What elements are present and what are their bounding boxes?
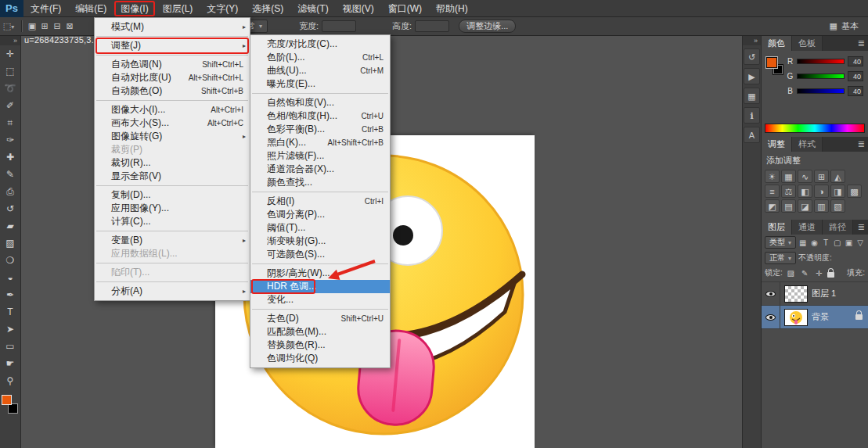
foreground-color-swatch[interactable] xyxy=(2,395,12,405)
menu-item-image-rotation[interactable]: 图像旋转(G)▸ xyxy=(95,130,250,143)
lock-transparency-icon[interactable]: ▨ xyxy=(785,269,797,278)
adjustment-layers-filter-icon[interactable]: ◉ xyxy=(810,238,819,247)
height-input[interactable] xyxy=(415,20,449,32)
menu-item-trap[interactable]: 陷印(T)... xyxy=(95,266,250,279)
menu-item-replace-color[interactable]: 替换颜色(R)... xyxy=(250,339,390,352)
properties-panel-icon[interactable]: ▦ xyxy=(744,88,760,104)
lock-all-icon[interactable] xyxy=(827,272,834,278)
menu-item-posterize[interactable]: 色调分离(P)... xyxy=(250,208,390,221)
menu-item-brightness-contrast[interactable]: 亮度/对比度(C)... xyxy=(250,38,390,51)
menu-type[interactable]: 文字(Y) xyxy=(200,1,245,16)
history-brush-tool-icon[interactable]: ↺ xyxy=(1,200,20,217)
quick-selection-tool-icon[interactable]: ✐ xyxy=(1,97,20,114)
menu-help[interactable]: 帮助(H) xyxy=(429,1,475,16)
clone-stamp-tool-icon[interactable]: ⎙ xyxy=(1,183,20,200)
curves-adjustment-icon[interactable]: ∿ xyxy=(798,170,812,183)
filter-toggle-icon[interactable]: ▽ xyxy=(855,238,865,247)
menu-item-color-lookup[interactable]: 颜色查找... xyxy=(250,176,390,189)
menu-select[interactable]: 选择(S) xyxy=(245,1,290,16)
width-input[interactable] xyxy=(322,20,356,32)
intersect-selection-icon[interactable]: ⊠ xyxy=(63,21,76,31)
menu-image[interactable]: 图像(I) xyxy=(114,1,154,16)
menu-item-vibrance[interactable]: 自然饱和度(V)... xyxy=(250,96,390,109)
menu-item-black-white[interactable]: 黑白(K)...Alt+Shift+Ctrl+B xyxy=(250,136,390,149)
menu-item-canvas-size[interactable]: 画布大小(S)...Alt+Ctrl+C xyxy=(95,116,250,130)
posterize-adjustment-icon[interactable]: ▤ xyxy=(781,199,796,213)
menu-item-image-size[interactable]: 图像大小(I)...Alt+Ctrl+I xyxy=(95,103,250,116)
hue-saturation-adjustment-icon[interactable]: ≡ xyxy=(765,185,780,198)
refine-edge-button[interactable]: 调整边缘... xyxy=(459,20,516,33)
menu-item-duplicate[interactable]: 复制(D)... xyxy=(95,188,250,202)
menu-item-threshold[interactable]: 阈值(T)... xyxy=(250,221,390,235)
history-panel-icon[interactable]: ↺ xyxy=(744,48,760,65)
blend-mode-select[interactable]: 正常▾ xyxy=(765,252,796,264)
rectangle-tool-icon[interactable]: ▭ xyxy=(1,338,20,355)
tool-preset-icon[interactable]: ⬚▾ xyxy=(0,21,17,31)
opacity-label[interactable]: 不透明度: xyxy=(798,253,865,263)
tab-layers[interactable]: 图层 xyxy=(762,220,792,235)
actions-panel-icon[interactable]: ▶ xyxy=(744,68,760,84)
red-value[interactable]: 40 xyxy=(848,56,863,66)
selective-color-adjustment-icon[interactable]: ▧ xyxy=(830,199,845,213)
menu-item-levels[interactable]: 色阶(L)...Ctrl+L xyxy=(250,51,390,64)
new-selection-icon[interactable]: ▣ xyxy=(26,21,38,31)
add-selection-icon[interactable]: ⊞ xyxy=(38,21,51,31)
menu-item-adjustments[interactable]: 调整(J)▸ xyxy=(95,39,250,52)
menu-item-shadows-highlights[interactable]: 阴影/高光(W)... xyxy=(250,267,390,280)
menu-item-apply-image[interactable]: 应用图像(Y)... xyxy=(95,202,250,215)
toolbar-collapse-icon[interactable]: » xyxy=(0,36,20,45)
threshold-adjustment-icon[interactable]: ◪ xyxy=(798,199,812,213)
color-spectrum-bar[interactable] xyxy=(765,124,865,133)
tab-swatches[interactable]: 色板 xyxy=(792,36,823,51)
tab-color[interactable]: 颜色 xyxy=(762,36,792,51)
menu-item-photo-filter[interactable]: 照片滤镜(F)... xyxy=(250,149,390,163)
dodge-tool-icon[interactable]: ◒ xyxy=(1,269,20,286)
green-value[interactable]: 40 xyxy=(848,71,863,81)
menu-layer[interactable]: 图层(L) xyxy=(156,1,200,16)
foreground-color-swatch[interactable] xyxy=(766,57,777,68)
fill-label[interactable]: 填充: xyxy=(837,267,865,278)
spot-healing-brush-tool-icon[interactable]: ✚ xyxy=(1,149,20,166)
vibrance-adjustment-icon[interactable]: ◭ xyxy=(830,170,845,183)
menu-item-variables[interactable]: 变量(B)▸ xyxy=(95,234,250,247)
lasso-tool-icon[interactable]: ➰ xyxy=(1,80,20,97)
green-slider[interactable] xyxy=(797,73,845,79)
menu-edit[interactable]: 编辑(E) xyxy=(68,1,113,16)
menu-item-curves[interactable]: 曲线(U)...Ctrl+M xyxy=(250,64,390,77)
layer-thumbnail[interactable] xyxy=(784,285,808,303)
invert-adjustment-icon[interactable]: ◩ xyxy=(765,199,780,213)
character-panel-icon[interactable]: A xyxy=(744,127,760,143)
shape-layers-filter-icon[interactable]: ▢ xyxy=(833,238,842,247)
exposure-adjustment-icon[interactable]: ⊞ xyxy=(814,170,829,183)
path-selection-tool-icon[interactable]: ➤ xyxy=(1,321,20,338)
menu-item-invert[interactable]: 反相(I)Ctrl+I xyxy=(250,195,390,208)
layer-visibility-icon[interactable] xyxy=(765,291,776,297)
menu-item-auto-contrast[interactable]: 自动对比度(U)Alt+Shift+Ctrl+L xyxy=(95,71,250,84)
tab-adjustments[interactable]: 调整 xyxy=(762,137,792,152)
menu-item-gradient-map[interactable]: 渐变映射(G)... xyxy=(250,235,390,248)
workspace-switcher[interactable]: ▦基本 xyxy=(830,20,859,32)
menu-item-analysis[interactable]: 分析(A)▸ xyxy=(95,285,250,298)
menu-item-hue-saturation[interactable]: 色相/饱和度(H)...Ctrl+U xyxy=(250,109,390,123)
tab-channels[interactable]: 通道 xyxy=(792,220,823,235)
menu-item-exposure[interactable]: 曝光度(E)... xyxy=(250,77,390,91)
menu-item-selective-color[interactable]: 可选颜色(S)... xyxy=(250,248,390,261)
menu-item-desaturate[interactable]: 去色(D)Shift+Ctrl+U xyxy=(250,312,390,325)
menu-item-auto-color[interactable]: 自动颜色(O)Shift+Ctrl+B xyxy=(95,84,250,98)
blue-slider[interactable] xyxy=(797,88,845,94)
blur-tool-icon[interactable]: ❍ xyxy=(1,252,20,269)
color-lookup-adjustment-icon[interactable]: ▩ xyxy=(847,185,862,198)
color-balance-adjustment-icon[interactable]: ⚖ xyxy=(781,185,796,198)
menu-view[interactable]: 视图(V) xyxy=(336,1,381,16)
lock-pixels-icon[interactable]: ✎ xyxy=(799,269,811,278)
menu-item-mode[interactable]: 模式(M)▸ xyxy=(95,20,250,34)
eyedropper-tool-icon[interactable]: ✑ xyxy=(1,131,20,149)
menu-window[interactable]: 窗口(W) xyxy=(381,1,429,16)
eraser-tool-icon[interactable]: ▰ xyxy=(1,217,20,235)
menu-item-trim[interactable]: 裁切(R)... xyxy=(95,156,250,170)
panel-menu-icon[interactable]: ≣ xyxy=(855,137,868,152)
menu-item-crop[interactable]: 裁剪(P) xyxy=(95,143,250,156)
menu-file[interactable]: 文件(F) xyxy=(23,1,68,16)
menu-item-reveal-all[interactable]: 显示全部(V) xyxy=(95,170,250,183)
type-layers-filter-icon[interactable]: T xyxy=(821,238,830,247)
